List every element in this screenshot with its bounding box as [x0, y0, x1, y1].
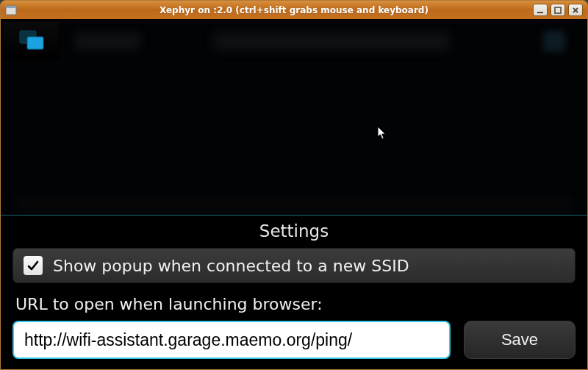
- show-popup-label: Show popup when connected to a new SSID: [53, 257, 409, 275]
- minimize-button[interactable]: [533, 4, 548, 16]
- titlebar: Xephyr on :2.0 (ctrl+shift grabs mouse a…: [1, 1, 587, 19]
- svg-rect-1: [6, 6, 16, 8]
- svg-rect-2: [537, 12, 543, 13]
- app-icon: [5, 4, 17, 16]
- app-window: Xephyr on :2.0 (ctrl+shift grabs mouse a…: [0, 0, 588, 370]
- blurred-row: [15, 197, 573, 212]
- maximize-button[interactable]: [551, 4, 565, 16]
- panel-title: Settings: [12, 221, 576, 241]
- xephyr-display: Settings Show popup when connected to a …: [1, 19, 587, 369]
- background-dimmed-area: [1, 19, 587, 215]
- svg-rect-3: [555, 7, 561, 13]
- window-title: Xephyr on :2.0 (ctrl+shift grabs mouse a…: [1, 5, 587, 15]
- blurred-close: [543, 31, 565, 51]
- settings-panel: Settings Show popup when connected to a …: [1, 216, 587, 369]
- task-switcher-button[interactable]: [4, 22, 60, 59]
- url-field-label: URL to open when launching browser:: [15, 295, 576, 313]
- show-popup-checkbox-row[interactable]: Show popup when connected to a new SSID: [12, 248, 576, 283]
- checkbox[interactable]: [24, 256, 43, 275]
- save-button[interactable]: Save: [464, 321, 576, 359]
- blurred-title: [214, 32, 449, 50]
- windows-icon: [18, 29, 45, 51]
- mouse-cursor-icon: [377, 126, 387, 140]
- url-input[interactable]: [12, 321, 451, 359]
- close-button[interactable]: [568, 4, 583, 16]
- panel-divider: [1, 215, 587, 216]
- svg-rect-7: [27, 37, 43, 49]
- blurred-clock: [74, 32, 140, 50]
- check-icon: [26, 259, 40, 272]
